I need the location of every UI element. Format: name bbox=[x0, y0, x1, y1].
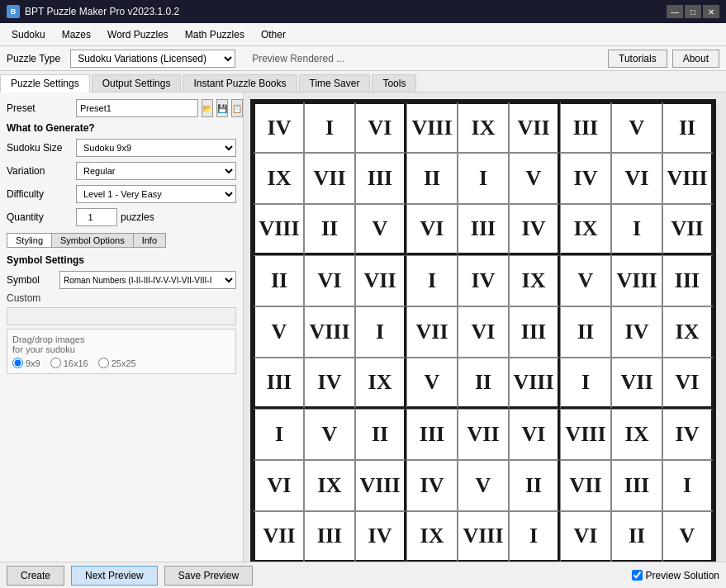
radio-9x9-label: 9x9 bbox=[26, 358, 40, 368]
puzzle-type-select[interactable]: Sudoku Variations (Licensed) bbox=[70, 50, 235, 68]
tab-puzzle-settings[interactable]: Puzzle Settings bbox=[0, 74, 90, 92]
sudoku-cell: VI bbox=[560, 511, 611, 562]
bottom-bar: Create Next Preview Save Preview Preview… bbox=[0, 562, 726, 588]
close-button[interactable]: ✕ bbox=[703, 5, 719, 18]
preset-open-button[interactable]: 📂 bbox=[202, 99, 213, 117]
tab-instant-puzzle-books[interactable]: Instant Puzzle Books bbox=[183, 74, 297, 92]
sudoku-cell: VIII bbox=[662, 153, 714, 204]
sudoku-cell: IX bbox=[304, 460, 355, 511]
sudoku-cell: VIII bbox=[509, 358, 560, 409]
puzzle-type-label: Puzzle Type bbox=[7, 53, 60, 64]
preset-saveas-button[interactable]: 📋 bbox=[231, 99, 243, 117]
sudoku-cell: III bbox=[611, 460, 662, 511]
tab-time-saver[interactable]: Time Saver bbox=[299, 74, 371, 92]
sudoku-cell: VI bbox=[662, 358, 714, 409]
minimize-button[interactable]: — bbox=[667, 5, 683, 18]
save-preview-button[interactable]: Save Preview bbox=[164, 566, 253, 586]
sudoku-cell: II bbox=[611, 511, 662, 562]
toolbar: Puzzle Type Sudoku Variations (Licensed)… bbox=[0, 46, 726, 71]
sudoku-cell: III bbox=[253, 358, 304, 409]
left-panel: Preset 📂 💾 📋 What to Generate? Sudoku Si… bbox=[0, 92, 244, 562]
sub-tabs: Styling Symbol Options Info bbox=[7, 233, 236, 248]
difficulty-select[interactable]: Level 1 - Very Easy bbox=[76, 185, 236, 203]
variation-row: Variation Regular bbox=[7, 162, 236, 180]
sudoku-cell: IV bbox=[662, 409, 714, 460]
toolbar-status: Preview Rendered ... bbox=[252, 53, 344, 64]
sudoku-cell: V bbox=[611, 102, 662, 153]
sub-tab-symbol-options[interactable]: Symbol Options bbox=[51, 233, 133, 248]
radio-25x25[interactable] bbox=[98, 358, 109, 368]
menu-sudoku[interactable]: Sudoku bbox=[3, 26, 54, 44]
sudoku-cell: II bbox=[458, 358, 509, 409]
sudoku-cell: IV bbox=[560, 153, 611, 204]
menu-word-puzzles[interactable]: Word Puzzles bbox=[99, 26, 177, 44]
radio-16x16-item[interactable]: 16x16 bbox=[50, 358, 88, 368]
sudoku-cell: VI bbox=[253, 460, 304, 511]
sudoku-cell: V bbox=[253, 306, 304, 358]
tab-tools[interactable]: Tools bbox=[372, 74, 416, 92]
radio-16x16[interactable] bbox=[50, 358, 61, 368]
sudoku-cell: II bbox=[509, 460, 560, 511]
sudoku-cell: I bbox=[406, 255, 458, 306]
sudoku-cell: V bbox=[509, 153, 560, 204]
sudoku-cell: IV bbox=[458, 255, 509, 306]
sudoku-cell: VII bbox=[458, 409, 509, 460]
sudoku-cell: VI bbox=[611, 153, 662, 204]
app-icon: B bbox=[7, 5, 20, 18]
sudoku-cell: VIII bbox=[253, 204, 304, 255]
quantity-input[interactable] bbox=[76, 208, 117, 226]
menu-math-puzzles[interactable]: Math Puzzles bbox=[177, 26, 253, 44]
create-button[interactable]: Create bbox=[7, 566, 64, 586]
sudoku-cell: VII bbox=[253, 511, 304, 562]
symbol-settings-section: Symbol Settings Symbol Roman Numbers (I-… bbox=[7, 254, 236, 374]
tabs-row: Puzzle Settings Output Settings Instant … bbox=[0, 71, 726, 92]
sudoku-cell: IX bbox=[355, 358, 406, 409]
tab-output-settings[interactable]: Output Settings bbox=[92, 74, 182, 92]
menu-mazes[interactable]: Mazes bbox=[54, 26, 99, 44]
sudoku-grid-container: IVIVIVIIIIXVIIIIIVIIIXVIIIIIIIIVIVVIVIII… bbox=[250, 99, 716, 562]
sudoku-cell: I bbox=[611, 204, 662, 255]
sudoku-cell: VIII bbox=[560, 409, 611, 460]
sub-tab-info[interactable]: Info bbox=[133, 233, 166, 248]
right-panel: IVIVIVIIIIXVIIIIIVIIIXVIIIIIIIIVIVVIVIII… bbox=[244, 92, 726, 562]
app-title: BPT Puzzle Maker Pro v2023.1.0.2 bbox=[25, 6, 179, 17]
maximize-button[interactable]: □ bbox=[685, 5, 701, 18]
sudoku-grid: IVIVIVIIIIXVIIIIIVIIIXVIIIIIIIIVIVVIVIII… bbox=[253, 102, 714, 562]
tutorials-button[interactable]: Tutorials bbox=[608, 50, 667, 68]
sudoku-cell: VI bbox=[406, 204, 458, 255]
variation-select[interactable]: Regular bbox=[76, 162, 236, 180]
next-preview-button[interactable]: Next Preview bbox=[71, 566, 158, 586]
sudoku-cell: VI bbox=[304, 255, 355, 306]
sudoku-cell: IX bbox=[611, 409, 662, 460]
radio-9x9[interactable] bbox=[12, 358, 23, 368]
about-button[interactable]: About bbox=[672, 50, 719, 68]
sudoku-cell: IX bbox=[406, 511, 458, 562]
sudoku-cell: I bbox=[509, 511, 560, 562]
sudoku-cell: VII bbox=[662, 204, 714, 255]
sub-tab-styling[interactable]: Styling bbox=[7, 233, 51, 248]
radio-9x9-item[interactable]: 9x9 bbox=[12, 358, 40, 368]
quantity-row: Quantity puzzles bbox=[7, 208, 236, 226]
menu-other[interactable]: Other bbox=[253, 26, 294, 44]
sudoku-cell: II bbox=[355, 409, 406, 460]
sudoku-cell: I bbox=[662, 460, 714, 511]
preset-save-button[interactable]: 💾 bbox=[216, 99, 228, 117]
sudoku-cell: IV bbox=[509, 204, 560, 255]
difficulty-label: Difficulty bbox=[7, 188, 73, 200]
radio-16x16-label: 16x16 bbox=[64, 358, 88, 368]
sudoku-size-select[interactable]: Sudoku 9x9 bbox=[76, 139, 236, 157]
symbol-select[interactable]: Roman Numbers (I-II-III-IV-V-VI-VII-VIII… bbox=[59, 271, 236, 289]
preset-input[interactable] bbox=[76, 99, 198, 117]
sudoku-cell: I bbox=[355, 306, 406, 358]
sudoku-cell: VIII bbox=[458, 511, 509, 562]
preview-solution-checkbox[interactable] bbox=[632, 570, 643, 581]
sudoku-cell: I bbox=[560, 358, 611, 409]
sudoku-cell: VI bbox=[355, 102, 406, 153]
sudoku-cell: V bbox=[406, 358, 458, 409]
radio-25x25-item[interactable]: 25x25 bbox=[98, 358, 136, 368]
sudoku-cell: II bbox=[304, 204, 355, 255]
quantity-label: Quantity bbox=[7, 211, 73, 223]
drag-drop-area[interactable]: Drag/drop images for your sudoku 9x9 16x… bbox=[7, 329, 236, 374]
sudoku-cell: II bbox=[406, 153, 458, 204]
symbol-settings-title: Symbol Settings bbox=[7, 254, 236, 266]
